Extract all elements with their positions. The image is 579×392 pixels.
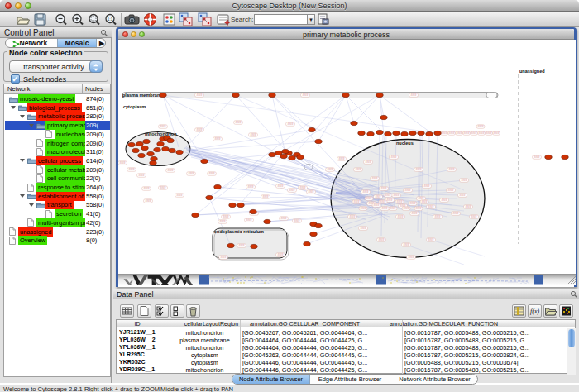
- svg-text:####: ####: [448, 168, 454, 171]
- svg-text:####: ####: [411, 212, 417, 215]
- svg-text:####: ####: [219, 220, 225, 223]
- svg-text:####: ####: [366, 197, 371, 200]
- svg-text:####: ####: [277, 253, 283, 256]
- svg-text:1:1: 1:1: [108, 17, 113, 22]
- svg-text:####: ####: [448, 131, 454, 135]
- svg-text:####: ####: [238, 244, 244, 247]
- svg-text:####: ####: [360, 227, 366, 230]
- svg-text:####: ####: [461, 179, 467, 182]
- svg-text:####: ####: [302, 93, 308, 97]
- svg-text:cytoplasm: cytoplasm: [123, 104, 146, 109]
- svg-text:####: ####: [404, 189, 410, 192]
- svg-text:####: ####: [160, 125, 165, 128]
- svg-text:####: ####: [378, 238, 384, 241]
- svg-text:####: ####: [375, 195, 380, 198]
- svg-text:####: ####: [441, 131, 447, 135]
- svg-text:####: ####: [287, 122, 293, 126]
- svg-text:####: ####: [428, 205, 433, 208]
- svg-text:####: ####: [415, 207, 421, 210]
- svg-text:plasma membrane: plasma membrane: [122, 93, 162, 98]
- svg-text:mitochondrion: mitochondrion: [145, 131, 177, 136]
- svg-text:####: ####: [390, 207, 395, 210]
- svg-text:####: ####: [452, 212, 458, 215]
- svg-text:####: ####: [421, 200, 427, 203]
- svg-text:####: ####: [381, 207, 387, 210]
- svg-text:####: ####: [167, 169, 173, 172]
- svg-text:####: ####: [246, 218, 251, 222]
- svg-text:f(x): f(x): [530, 308, 539, 315]
- svg-text:####: ####: [196, 128, 202, 131]
- svg-text:####: ####: [208, 172, 214, 175]
- svg-text:####: ####: [423, 184, 429, 188]
- svg-text:####: ####: [447, 189, 453, 192]
- svg-text:####: ####: [373, 203, 379, 207]
- svg-text:####: ####: [415, 168, 421, 171]
- svg-text:####: ####: [235, 121, 241, 124]
- svg-text:####: ####: [390, 155, 396, 159]
- svg-text:####: ####: [327, 168, 333, 171]
- svg-text:####: ####: [119, 161, 125, 165]
- svg-text:####: ####: [262, 195, 268, 198]
- svg-text:####: ####: [360, 207, 366, 210]
- svg-text:####: ####: [250, 133, 256, 136]
- svg-text:####: ####: [247, 185, 253, 189]
- svg-text:####: ####: [188, 172, 194, 175]
- svg-text:####: ####: [349, 215, 355, 218]
- svg-text:####: ####: [465, 205, 471, 208]
- svg-text:####: ####: [403, 207, 409, 210]
- svg-text:####: ####: [393, 194, 399, 197]
- svg-text:####: ####: [362, 190, 368, 194]
- svg-text:####: ####: [396, 200, 402, 203]
- svg-text:####: ####: [128, 168, 134, 171]
- svg-text:####: ####: [196, 93, 202, 97]
- svg-text:####: ####: [403, 243, 409, 246]
- svg-text:####: ####: [471, 215, 476, 218]
- svg-text:####: ####: [220, 256, 226, 259]
- svg-text:####: ####: [365, 160, 371, 164]
- svg-text:####: ####: [145, 199, 151, 203]
- svg-text:####: ####: [138, 174, 144, 177]
- svg-text:####: ####: [277, 184, 283, 188]
- svg-text:####: ####: [471, 131, 476, 135]
- svg-text:####: ####: [380, 187, 386, 190]
- svg-text:####: ####: [456, 131, 462, 135]
- svg-text:####: ####: [409, 202, 415, 205]
- svg-text:####: ####: [280, 217, 286, 220]
- svg-text:####: ####: [478, 131, 484, 135]
- svg-text:####: ####: [355, 168, 361, 171]
- svg-text:####: ####: [160, 186, 165, 189]
- svg-text:####: ####: [428, 238, 433, 241]
- svg-text:####: ####: [289, 189, 294, 192]
- svg-text:####: ####: [459, 194, 465, 197]
- svg-text:nucleus: nucleus: [396, 141, 414, 146]
- svg-text:####: ####: [214, 137, 220, 141]
- svg-text:####: ####: [353, 200, 359, 203]
- svg-text:####: ####: [408, 256, 414, 259]
- svg-text:####: ####: [338, 157, 344, 160]
- svg-text:####: ####: [534, 155, 539, 159]
- svg-text:unassigned: unassigned: [519, 69, 545, 74]
- svg-text:####: ####: [434, 215, 440, 218]
- svg-text:####: ####: [380, 200, 385, 203]
- svg-text:####: ####: [176, 194, 182, 197]
- svg-text:####: ####: [371, 177, 377, 180]
- svg-text:endoplasmic reticulum: endoplasmic reticulum: [214, 229, 264, 234]
- svg-text:####: ####: [223, 215, 228, 218]
- svg-text:####: ####: [441, 198, 447, 202]
- svg-text:####: ####: [410, 93, 416, 97]
- svg-text:####: ####: [308, 190, 313, 194]
- svg-text:####: ####: [299, 186, 305, 189]
- svg-text:####: ####: [493, 131, 499, 135]
- svg-text:####: ####: [386, 198, 392, 202]
- svg-text:####: ####: [463, 131, 469, 135]
- svg-text:####: ####: [143, 187, 149, 190]
- svg-text:####: ####: [486, 131, 491, 135]
- svg-text:####: ####: [385, 194, 390, 197]
- svg-text:####: ####: [477, 125, 483, 128]
- svg-text:####: ####: [294, 219, 299, 222]
- svg-text:####: ####: [397, 215, 403, 218]
